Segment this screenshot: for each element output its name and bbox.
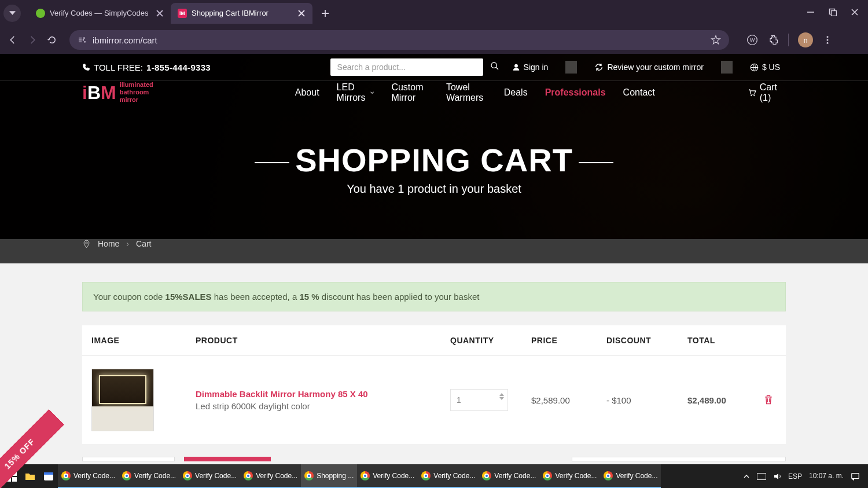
nav-contact[interactable]: Contact — [623, 82, 655, 103]
new-tab-button[interactable] — [317, 5, 333, 21]
breadcrumb-home[interactable]: Home — [98, 239, 119, 248]
close-icon[interactable] — [156, 9, 164, 17]
chrome-icon — [543, 471, 552, 480]
taskbar-app[interactable]: Verify Code... — [539, 464, 600, 488]
logo[interactable]: iBM illuminated bathroom mirror — [82, 81, 156, 104]
taskbar-app[interactable]: Verify Code... — [58, 464, 119, 488]
content: Your coupon code 15%SALES has been accep… — [0, 263, 868, 480]
col-total: TOTAL — [678, 325, 753, 356]
toolbar-right: W n — [746, 32, 836, 47]
page-title: SHOPPING CART — [295, 141, 573, 179]
product-thumbnail[interactable] — [91, 369, 154, 431]
bookmark-star-icon[interactable] — [711, 35, 721, 45]
svg-point-12 — [827, 42, 829, 44]
toll-label: TOLL FREE: — [94, 63, 143, 72]
quantity-stepper[interactable]: 1 — [450, 389, 508, 411]
volume-icon[interactable] — [773, 472, 781, 480]
col-actions — [753, 325, 786, 356]
taskbar-app[interactable]: Verify Code... — [240, 464, 301, 488]
taskbar-app[interactable]: Shopping ... — [301, 464, 357, 488]
nav-led-mirrors[interactable]: LED Mirrors — [337, 82, 374, 103]
taskbar-app[interactable]: Verify Code... — [418, 464, 479, 488]
browser-tab-1[interactable]: Verify Codes — SimplyCodes — [29, 3, 171, 24]
chrome-icon — [361, 471, 370, 480]
input-icon[interactable] — [757, 472, 766, 480]
window-controls — [807, 8, 865, 19]
top-utility-bar: TOLL FREE: 1-855-444-9333 Search a produ… — [0, 54, 868, 81]
chrome-icon — [421, 471, 431, 480]
browser-tab-2[interactable]: iM Shopping Cart IBMirror — [171, 3, 312, 24]
taskbar-app[interactable]: Verify Code... — [479, 464, 539, 488]
tray-time[interactable]: 10:07 a. m. — [809, 472, 844, 480]
close-icon[interactable] — [297, 9, 306, 17]
hero-subtitle: You have 1 product in your basket — [0, 182, 868, 196]
nav-towel-warmers[interactable]: Towel Warmers — [446, 82, 487, 103]
nav-deals[interactable]: Deals — [504, 82, 528, 103]
profile-avatar[interactable]: n — [798, 32, 813, 47]
taskbar-app[interactable]: Verify Code... — [119, 464, 179, 488]
nav-custom-mirror[interactable]: Custom Mirror — [391, 82, 429, 103]
tray-chevron-icon[interactable] — [743, 473, 750, 480]
signin-label: Sign in — [524, 63, 549, 72]
chrome-icon — [304, 471, 314, 480]
svg-rect-24 — [44, 472, 53, 475]
taskbar-app[interactable]: Verify Code... — [600, 464, 661, 488]
logo-tagline: illuminated bathroom mirror — [120, 81, 156, 104]
topbar-links: Sign in Review your custom mirror $ US — [506, 61, 786, 74]
pin-icon — [82, 240, 91, 248]
signin-link[interactable]: Sign in — [506, 63, 554, 72]
extension-w-icon[interactable]: W — [746, 34, 758, 46]
cart-icon — [748, 87, 756, 98]
address-bar[interactable]: ibmirror.com/cart — [69, 30, 729, 50]
taskbar-app[interactable]: Verify Code... — [357, 464, 418, 488]
product-name[interactable]: Dimmable Backlit Mirror Harmony 85 X 40 — [196, 389, 432, 399]
remove-item-button[interactable] — [753, 356, 786, 445]
col-price: PRICE — [522, 325, 597, 356]
nav-about[interactable]: About — [295, 82, 319, 103]
kebab-menu-icon[interactable] — [822, 35, 833, 45]
currency-selector[interactable]: $ US — [744, 63, 786, 72]
svg-point-5 — [83, 37, 85, 39]
taskbar-app[interactable]: Verify Code... — [179, 464, 240, 488]
tab-search-button[interactable] — [3, 5, 21, 22]
site-settings-icon[interactable] — [78, 35, 87, 45]
back-button[interactable] — [7, 34, 19, 46]
coupon-input-peek[interactable] — [82, 457, 175, 461]
taskbar-app-label: Verify Code... — [134, 472, 176, 480]
taskbar-app-label: Verify Code... — [73, 472, 115, 480]
extensions-icon[interactable] — [767, 34, 779, 46]
calendar-button[interactable] — [39, 464, 58, 488]
minimize-button[interactable] — [807, 8, 815, 19]
svg-rect-1 — [832, 10, 837, 16]
nav-professionals[interactable]: Professionals — [545, 82, 606, 103]
search-button[interactable] — [483, 61, 506, 73]
system-tray: ESP 10:07 a. m. — [737, 472, 866, 481]
logo-mark: iBM — [82, 83, 116, 102]
quantity-spinner[interactable] — [499, 393, 504, 400]
cart-label: Cart (1) — [760, 82, 786, 103]
review-mirror-link[interactable]: Review your custom mirror — [589, 63, 709, 72]
toll-free: TOLL FREE: 1-855-444-9333 — [82, 63, 211, 72]
taskbar-app-label: Verify Code... — [494, 472, 536, 480]
forward-button[interactable] — [27, 34, 38, 46]
tray-lang[interactable]: ESP — [788, 472, 802, 480]
svg-point-16 — [751, 95, 752, 96]
cart-link[interactable]: Cart (1) — [748, 82, 786, 103]
svg-point-14 — [514, 64, 518, 68]
coupon-alert: Your coupon code 15%SALES has been accep… — [82, 282, 786, 311]
close-window-button[interactable] — [851, 8, 859, 19]
reload-button[interactable] — [46, 34, 58, 46]
search-placeholder: Search a product... — [337, 63, 406, 72]
total-cell: $2,489.00 — [678, 356, 753, 445]
search-input[interactable]: Search a product... — [330, 58, 483, 76]
notifications-icon[interactable] — [851, 472, 860, 481]
apply-button-peek[interactable] — [184, 457, 271, 461]
maximize-button[interactable] — [829, 8, 837, 19]
user-icon — [512, 63, 520, 71]
phone-icon — [82, 63, 90, 71]
explorer-button[interactable] — [21, 464, 39, 488]
svg-point-11 — [827, 39, 829, 41]
hero: TOLL FREE: 1-855-444-9333 Search a produ… — [0, 54, 868, 239]
svg-rect-26 — [852, 473, 859, 478]
chrome-icon — [183, 471, 192, 480]
